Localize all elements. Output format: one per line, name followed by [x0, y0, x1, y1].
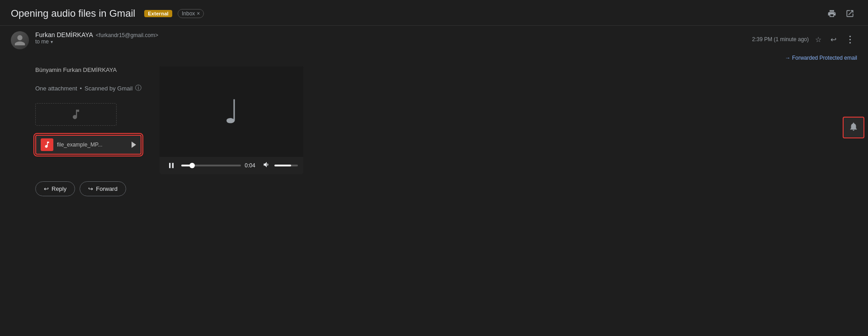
notification-bell-icon [849, 122, 859, 134]
action-buttons: ↩ Reply ↪ Forward [35, 181, 857, 196]
attachment-download-icon[interactable] [132, 142, 136, 148]
scanned-info-icon[interactable]: ⓘ [135, 84, 142, 92]
volume-fill [274, 165, 291, 166]
badge-external: External [144, 10, 172, 17]
more-options-button[interactable]: ⋮ [843, 31, 857, 47]
badge-inbox[interactable]: Inbox × [178, 9, 204, 18]
sender-email: <furkandr15@gmail.com> [96, 32, 158, 38]
email-header: Opening audio files in Gmail External In… [0, 0, 868, 26]
forward-button[interactable]: ↪ Forward [80, 181, 126, 196]
email-container: Opening audio files in Gmail External In… [0, 0, 868, 336]
sender-full-name: Bünyamin Furkan DEMİRKAYA [35, 66, 142, 73]
chevron-down-icon[interactable]: ▾ [51, 39, 53, 44]
attachment-filename: file_example_MP... [57, 142, 128, 148]
email-body: Furkan DEMİRKAYA <furkandr15@gmail.com> … [0, 26, 868, 336]
left-column: Bünyamin Furkan DEMİRKAYA One attachment… [35, 66, 142, 164]
attachment-info: One attachment • Scanned by Gmail ⓘ [35, 84, 142, 92]
play-pause-button[interactable] [165, 161, 178, 170]
music-note-icon: ♩ [224, 93, 239, 131]
sender-avatar [11, 31, 29, 49]
star-button[interactable]: ☆ [812, 33, 824, 47]
notification-bell-container[interactable] [843, 117, 864, 138]
email-time: 2:39 PM (1 minute ago) ☆ ↩ ⋮ [752, 31, 857, 47]
media-player: ♩ 0:04 [160, 66, 303, 174]
forward-label: Forward [96, 185, 118, 192]
forward-protected-link[interactable]: → Forwarded Protected email [11, 55, 857, 61]
progress-fill [181, 165, 192, 166]
progress-thumb [189, 163, 195, 168]
reply-button[interactable]: ↩ Reply [35, 181, 75, 196]
reply-button-header[interactable]: ↩ [828, 33, 839, 47]
attachment-file-icon [41, 138, 53, 151]
email-subject: Opening audio files in Gmail [11, 8, 135, 19]
sender-name: Furkan DEMİRKAYA [35, 31, 93, 38]
player-screen: ♩ [160, 66, 303, 157]
open-new-window-button[interactable] [843, 6, 857, 21]
print-button[interactable] [825, 6, 839, 21]
inbox-close-icon[interactable]: × [197, 10, 200, 17]
time-display: 0:04 [245, 162, 259, 169]
header-actions [825, 6, 857, 21]
reply-icon: ↩ [44, 185, 49, 192]
volume-bar[interactable] [274, 165, 298, 166]
sender-to[interactable]: to me ▾ [35, 38, 746, 45]
attachment-box[interactable]: file_example_MP... [35, 135, 142, 155]
forward-icon: ↪ [88, 185, 93, 192]
player-controls: 0:04 [160, 157, 303, 174]
volume-icon[interactable] [263, 161, 271, 170]
content-area: Bünyamin Furkan DEMİRKAYA One attachment… [35, 66, 857, 174]
attachment-thumbnail-area [35, 103, 117, 126]
inbox-label: Inbox [182, 10, 195, 17]
sender-info: Furkan DEMİRKAYA <furkandr15@gmail.com> … [35, 31, 746, 45]
reply-label: Reply [52, 185, 66, 192]
progress-bar[interactable] [181, 165, 241, 166]
sender-row: Furkan DEMİRKAYA <furkandr15@gmail.com> … [11, 31, 857, 49]
